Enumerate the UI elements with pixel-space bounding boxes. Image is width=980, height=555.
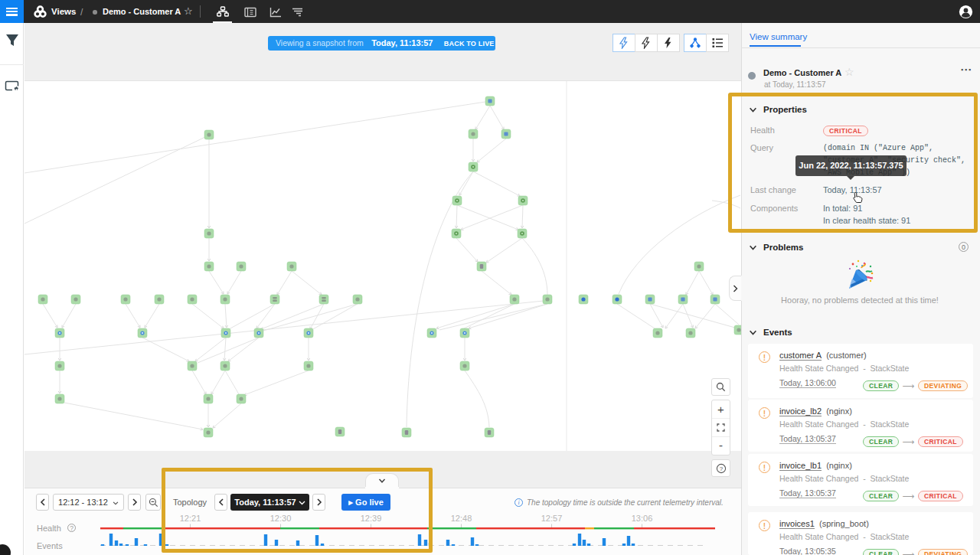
svg-text:12:48: 12:48 [451, 514, 472, 523]
svg-text:12:57: 12:57 [541, 514, 563, 523]
svg-text:?: ? [719, 465, 723, 472]
svg-text:13:06: 13:06 [632, 514, 653, 523]
